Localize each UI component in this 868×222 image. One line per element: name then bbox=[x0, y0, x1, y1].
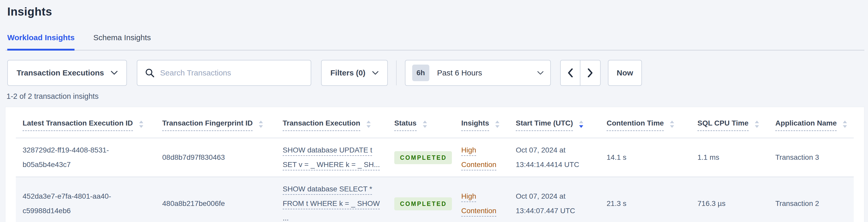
chevron-down-icon bbox=[537, 71, 544, 75]
search-icon bbox=[145, 68, 154, 77]
sort-icon[interactable] bbox=[138, 120, 144, 128]
sort-icon[interactable] bbox=[754, 120, 760, 128]
cell-execution-id: 328729d2-ff19-4408-8531-b05a5b4e43c7 bbox=[16, 138, 155, 177]
insight-link[interactable]: High Contention bbox=[461, 146, 496, 168]
transaction-execution-link[interactable]: SHOW database SELECT * FROM t WHERE k = … bbox=[283, 185, 380, 222]
cell-status: COMPLETED bbox=[388, 138, 455, 177]
insights-page: Insights Workload Insights Schema Insigh… bbox=[0, 0, 868, 222]
column-header-contention-time[interactable]: Contention Time bbox=[600, 107, 691, 138]
filters-dropdown[interactable]: Filters (0) bbox=[321, 60, 388, 86]
column-header-application-name[interactable]: Application Name bbox=[769, 107, 854, 138]
transaction-execution-link[interactable]: SHOW database UPDATE t SET v = _ WHERE k… bbox=[283, 146, 380, 168]
search-box[interactable] bbox=[137, 60, 311, 86]
column-header-insights[interactable]: Insights bbox=[455, 107, 509, 138]
cell-transaction-execution: SHOW database UPDATE t SET v = _ WHERE k… bbox=[276, 138, 388, 177]
cell-sql-cpu-time: 1.1 ms bbox=[691, 138, 769, 177]
chevron-right-icon bbox=[588, 68, 593, 77]
column-header-latest-transaction-execution-id[interactable]: Latest Transaction Execution ID bbox=[16, 107, 155, 138]
cell-insights: High Contention bbox=[455, 177, 509, 222]
table-row: 452da3e7-e7fa-4801-aa40-c59988d14eb6 480… bbox=[16, 177, 854, 222]
now-button[interactable]: Now bbox=[608, 60, 642, 86]
sort-icon[interactable] bbox=[842, 120, 847, 128]
cell-contention-time: 21.3 s bbox=[600, 177, 691, 222]
results-summary: 1-2 of 2 transaction insights bbox=[6, 92, 868, 101]
tab-schema-insights[interactable]: Schema Insights bbox=[93, 33, 151, 51]
toolbar: Transaction Executions Filters (0) 6h Pa… bbox=[7, 60, 868, 86]
time-range-label: Past 6 Hours bbox=[437, 68, 482, 77]
column-header-sql-cpu-time[interactable]: SQL CPU Time bbox=[691, 107, 769, 138]
cell-start-time: Oct 07, 2024 at 13:44:14.4414 UTC bbox=[509, 138, 600, 177]
cell-fingerprint-id: 480a8b217be006fe bbox=[155, 177, 276, 222]
time-range-picker[interactable]: 6h Past 6 Hours bbox=[405, 60, 551, 86]
cell-application-name: Transaction 2 bbox=[769, 177, 854, 222]
transaction-type-dropdown[interactable]: Transaction Executions bbox=[7, 60, 127, 86]
page-title: Insights bbox=[7, 5, 868, 18]
table-header-row: Latest Transaction Execution ID Transact… bbox=[16, 107, 854, 138]
time-range-arrows bbox=[560, 60, 601, 86]
next-time-range-button[interactable] bbox=[580, 60, 600, 85]
transaction-insights-table: Latest Transaction Execution ID Transact… bbox=[16, 107, 854, 222]
time-range-badge: 6h bbox=[412, 65, 429, 81]
previous-time-range-button[interactable] bbox=[561, 60, 580, 85]
status-badge: COMPLETED bbox=[394, 151, 452, 164]
cell-fingerprint-id: 08d8b7d97f830463 bbox=[155, 138, 276, 177]
table-row: 328729d2-ff19-4408-8531-b05a5b4e43c7 08d… bbox=[16, 138, 854, 177]
cell-transaction-execution: SHOW database SELECT * FROM t WHERE k = … bbox=[276, 177, 388, 222]
transaction-type-label: Transaction Executions bbox=[17, 68, 104, 77]
chevron-left-icon bbox=[568, 68, 573, 77]
cell-sql-cpu-time: 716.3 µs bbox=[691, 177, 769, 222]
toolbar-divider bbox=[396, 60, 397, 85]
sort-icon[interactable] bbox=[495, 120, 500, 128]
sort-icon[interactable] bbox=[258, 120, 264, 128]
sort-icon[interactable] bbox=[422, 120, 428, 128]
column-header-start-time-utc[interactable]: Start Time (UTC) bbox=[509, 107, 600, 138]
filters-label: Filters (0) bbox=[331, 68, 366, 77]
cell-execution-id: 452da3e7-e7fa-4801-aa40-c59988d14eb6 bbox=[16, 177, 155, 222]
chevron-down-icon bbox=[372, 71, 378, 75]
sort-icon[interactable] bbox=[670, 120, 675, 128]
column-header-status[interactable]: Status bbox=[388, 107, 455, 138]
chevron-down-icon bbox=[111, 71, 118, 75]
sort-icon[interactable] bbox=[366, 120, 371, 128]
cell-insights: High Contention bbox=[455, 138, 509, 177]
cell-application-name: Transaction 3 bbox=[769, 138, 854, 177]
column-header-transaction-fingerprint-id[interactable]: Transaction Fingerprint ID bbox=[155, 107, 276, 138]
insights-table-card: Latest Transaction Execution ID Transact… bbox=[5, 107, 864, 222]
column-header-transaction-execution[interactable]: Transaction Execution bbox=[276, 107, 388, 138]
tab-workload-insights[interactable]: Workload Insights bbox=[7, 33, 74, 51]
cell-start-time: Oct 07, 2024 at 13:44:07.447 UTC bbox=[509, 177, 600, 222]
status-badge: COMPLETED bbox=[394, 197, 452, 210]
insight-link[interactable]: High Contention bbox=[461, 192, 496, 215]
cell-contention-time: 14.1 s bbox=[600, 138, 691, 177]
search-input[interactable] bbox=[160, 68, 303, 77]
cell-status: COMPLETED bbox=[388, 177, 455, 222]
tab-bar: Workload Insights Schema Insights bbox=[5, 33, 864, 51]
sort-desc-icon[interactable] bbox=[579, 120, 584, 128]
